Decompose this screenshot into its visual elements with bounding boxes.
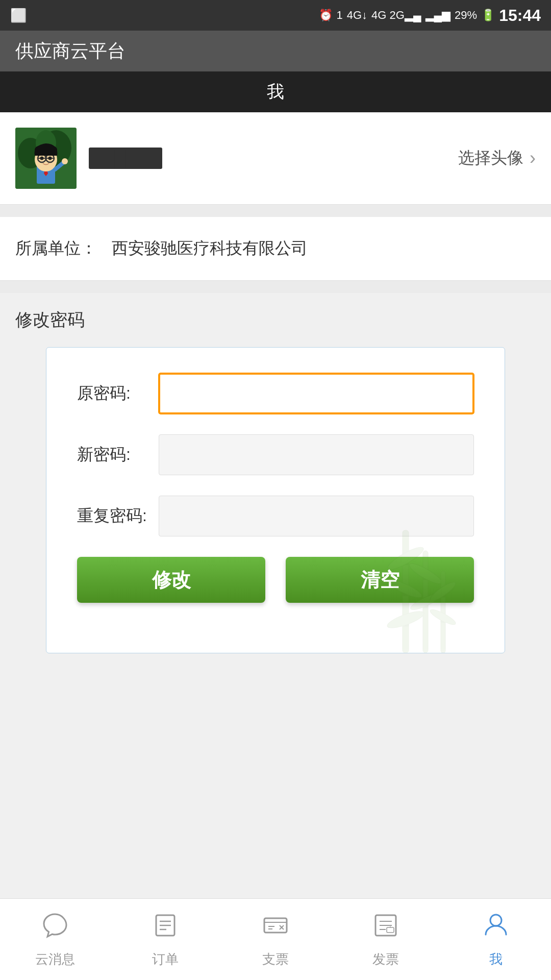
bottom-nav: 云消息 订单 支票 [0, 898, 551, 980]
page-title: 我 [267, 80, 284, 104]
check-icon [261, 911, 290, 946]
signal-bars: ▂▄▆ [425, 9, 451, 22]
battery-icon: 🔋 [481, 9, 495, 22]
svg-point-12 [48, 157, 52, 160]
svg-rect-28 [441, 571, 445, 653]
nav-label-orders: 订单 [152, 950, 179, 968]
old-password-row: 原密码: [77, 373, 474, 414]
nav-label-checks: 支票 [262, 950, 289, 968]
select-avatar-label: 选择头像 [458, 147, 523, 169]
svg-point-15 [62, 158, 68, 164]
new-password-label: 新密码: [77, 444, 159, 466]
empty-space [0, 653, 551, 857]
profile-section: ██████ 选择头像 › [0, 112, 551, 205]
svg-point-11 [40, 157, 44, 160]
bamboo-decoration [362, 510, 505, 653]
order-icon [151, 911, 180, 946]
change-password-section: 修改密码 原密码: 新密码: 重复密码: 修改 清空 [0, 293, 551, 653]
svg-point-49 [490, 915, 502, 926]
svg-rect-47 [387, 927, 394, 933]
company-name: 西安骏驰医疗科技有限公司 [112, 239, 308, 257]
form-card: 原密码: 新密码: 重复密码: 修改 清空 [46, 347, 505, 653]
chat-icon [41, 911, 69, 946]
new-password-input[interactable] [159, 434, 474, 475]
change-password-label: 修改密码 [15, 308, 536, 332]
signal-4g: 4G↓ [347, 9, 367, 22]
chevron-right-icon: › [530, 148, 536, 169]
invoice-icon [371, 911, 400, 946]
nav-item-messages[interactable]: 云消息 [9, 911, 101, 968]
nav-item-checks[interactable]: 支票 [230, 911, 321, 968]
modify-button[interactable]: 修改 [77, 557, 265, 603]
nav-label-me: 我 [489, 950, 503, 968]
old-password-label: 原密码: [77, 382, 159, 405]
status-left: ⬜ [10, 8, 27, 23]
avatar[interactable] [15, 128, 77, 189]
nav-item-orders[interactable]: 订单 [119, 911, 211, 968]
status-icons: ⏰ 1 4G↓ 4G 2G▂▄ ▂▄▆ 29% 🔋 15:44 [319, 6, 541, 25]
page-title-bar: 我 [0, 71, 551, 112]
alarm-icon: ⏰ [319, 9, 333, 22]
divider-1 [0, 205, 551, 217]
divider-2 [0, 281, 551, 293]
time: 15:44 [499, 6, 541, 25]
repeat-password-label: 重复密码: [77, 505, 159, 527]
company-text: 所属单位： 西安骏驰医疗科技有限公司 [15, 239, 308, 257]
screen-icon: ⬜ [10, 8, 27, 23]
person-icon [482, 911, 510, 946]
select-avatar-btn[interactable]: 选择头像 › [458, 147, 536, 169]
status-bar: ⬜ ⏰ 1 4G↓ 4G 2G▂▄ ▂▄▆ 29% 🔋 15:44 [0, 0, 551, 31]
new-password-row: 新密码: [77, 434, 474, 475]
signal-2g: 4G 2G▂▄ [371, 9, 421, 22]
username: ██████ [89, 148, 162, 169]
app-title: 供应商云平台 [15, 39, 126, 64]
sim-icon: 1 [337, 9, 343, 22]
company-label: 所属单位： [15, 239, 97, 257]
nav-label-invoices: 发票 [372, 950, 399, 968]
company-section: 所属单位： 西安骏驰医疗科技有限公司 [0, 217, 551, 281]
nav-item-invoices[interactable]: 发票 [340, 911, 432, 968]
app-header: 供应商云平台 [0, 31, 551, 71]
profile-left: ██████ [15, 128, 162, 189]
battery-pct: 29% [455, 9, 477, 22]
nav-label-messages: 云消息 [35, 950, 75, 968]
nav-item-me[interactable]: 我 [450, 911, 542, 968]
old-password-input[interactable] [159, 373, 474, 414]
